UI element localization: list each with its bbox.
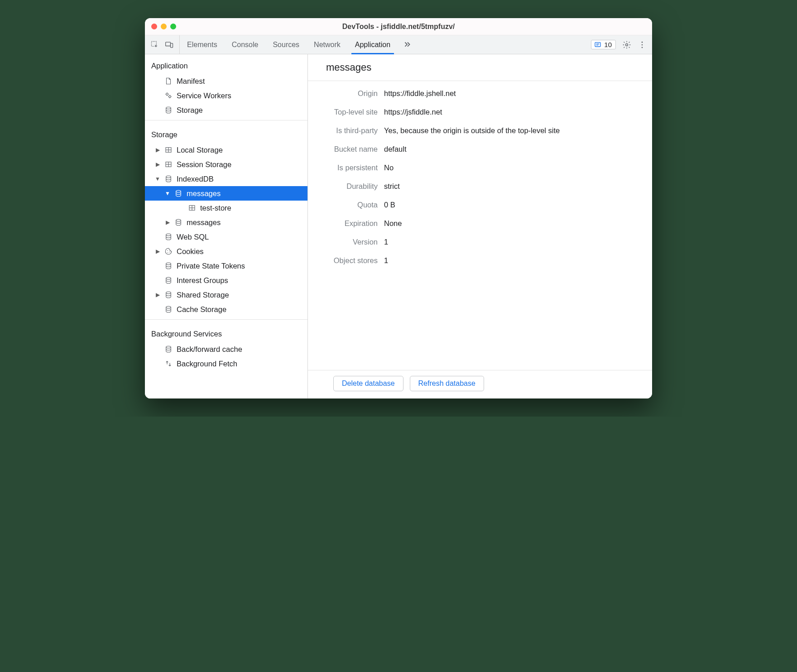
application-sidebar: Application Manifest Service Workers Sto… bbox=[145, 54, 308, 398]
field-label: Version bbox=[319, 238, 378, 246]
svg-point-20 bbox=[176, 190, 181, 192]
tab-sources[interactable]: Sources bbox=[265, 35, 307, 54]
tab-elements[interactable]: Elements bbox=[180, 35, 225, 54]
twisty-icon[interactable]: ▶ bbox=[155, 246, 160, 256]
twisty-icon[interactable]: ▶ bbox=[165, 217, 170, 227]
field-expiration: Expiration None bbox=[319, 219, 641, 228]
panel-tabs: Elements Console Sources Network Applica… bbox=[180, 35, 398, 54]
close-window-button[interactable] bbox=[151, 24, 157, 29]
twisty-icon[interactable]: ▶ bbox=[155, 159, 160, 169]
svg-point-32 bbox=[166, 306, 171, 308]
sidebar-item-back-forward-cache[interactable]: Back/forward cache bbox=[145, 342, 307, 356]
sidebar-item-cache-storage[interactable]: Cache Storage bbox=[145, 302, 307, 317]
database-icon bbox=[174, 218, 183, 227]
work-area: Application Manifest Service Workers Sto… bbox=[145, 54, 652, 398]
svg-point-12 bbox=[166, 107, 171, 109]
field-top-level-site: Top-level site https://jsfiddle.net bbox=[319, 108, 641, 116]
svg-point-19 bbox=[166, 176, 171, 178]
field-value: Yes, because the origin is outside of th… bbox=[384, 126, 641, 135]
settings-icon[interactable] bbox=[622, 40, 631, 49]
field-value: No bbox=[384, 163, 641, 172]
tab-application[interactable]: Application bbox=[348, 35, 398, 54]
svg-rect-2 bbox=[171, 43, 173, 47]
section-application: Application bbox=[145, 54, 307, 74]
sidebar-item-indexeddb-messages-2[interactable]: ▶ messages bbox=[145, 215, 307, 230]
sidebar-item-interest-groups[interactable]: Interest Groups bbox=[145, 273, 307, 288]
sidebar-item-service-workers[interactable]: Service Workers bbox=[145, 88, 307, 103]
updown-icon bbox=[164, 359, 173, 368]
sidebar-item-manifest[interactable]: Manifest bbox=[145, 74, 307, 88]
sidebar-item-storage-summary[interactable]: Storage bbox=[145, 103, 307, 117]
detail-panel: messages Origin https://fiddle.jshell.ne… bbox=[308, 54, 652, 398]
sidebar-item-private-state-tokens[interactable]: Private State Tokens bbox=[145, 259, 307, 273]
sidebar-item-websql[interactable]: Web SQL bbox=[145, 230, 307, 244]
svg-rect-3 bbox=[595, 42, 600, 46]
kebab-menu-icon[interactable] bbox=[638, 40, 647, 49]
sidebar-item-label: test-store bbox=[200, 203, 231, 213]
refresh-database-button[interactable]: Refresh database bbox=[410, 376, 484, 391]
svg-point-27 bbox=[168, 252, 168, 253]
sidebar-item-label: Web SQL bbox=[177, 232, 209, 242]
database-icon bbox=[164, 345, 173, 354]
inspect-icon[interactable] bbox=[150, 40, 159, 49]
sidebar-item-session-storage[interactable]: ▶ Session Storage bbox=[145, 157, 307, 172]
database-icon bbox=[174, 189, 183, 198]
divider bbox=[145, 120, 307, 120]
svg-point-24 bbox=[176, 219, 181, 221]
field-version: Version 1 bbox=[319, 238, 641, 246]
traffic-lights bbox=[145, 24, 176, 29]
sidebar-item-label: messages bbox=[187, 217, 221, 227]
sidebar-item-background-fetch[interactable]: Background Fetch bbox=[145, 356, 307, 371]
svg-point-10 bbox=[166, 93, 168, 96]
field-is-persistent: Is persistent No bbox=[319, 163, 641, 172]
field-value: default bbox=[384, 145, 641, 154]
field-label: Durability bbox=[319, 182, 378, 191]
sidebar-item-local-storage[interactable]: ▶ Local Storage bbox=[145, 143, 307, 157]
field-object-stores: Object stores 1 bbox=[319, 256, 641, 265]
sidebar-item-label: Service Workers bbox=[177, 91, 231, 101]
database-icon bbox=[164, 305, 173, 314]
svg-point-7 bbox=[642, 41, 643, 43]
table-icon bbox=[187, 203, 197, 212]
sidebar-item-label: Cache Storage bbox=[177, 304, 226, 314]
twisty-icon[interactable]: ▶ bbox=[155, 290, 160, 300]
detail-actions: Delete database Refresh database bbox=[308, 370, 652, 398]
svg-point-9 bbox=[642, 47, 643, 48]
minimize-window-button[interactable] bbox=[161, 24, 167, 29]
delete-database-button[interactable]: Delete database bbox=[333, 376, 403, 391]
sidebar-item-label: messages bbox=[187, 188, 221, 198]
svg-point-30 bbox=[166, 277, 171, 279]
tab-console[interactable]: Console bbox=[225, 35, 266, 54]
section-background-services: Background Services bbox=[145, 322, 307, 342]
zoom-window-button[interactable] bbox=[170, 24, 176, 29]
svg-point-31 bbox=[166, 292, 171, 294]
sidebar-item-label: Interest Groups bbox=[177, 275, 228, 285]
toolbar-right: 10 bbox=[586, 35, 652, 54]
gears-icon bbox=[164, 91, 173, 100]
twisty-icon[interactable]: ▼ bbox=[165, 188, 170, 198]
sidebar-item-indexeddb[interactable]: ▼ IndexedDB bbox=[145, 172, 307, 186]
twisty-icon[interactable]: ▼ bbox=[155, 174, 160, 184]
field-value: 1 bbox=[384, 256, 641, 265]
field-label: Expiration bbox=[319, 219, 378, 228]
device-toggle-icon[interactable] bbox=[165, 40, 174, 49]
field-origin: Origin https://fiddle.jshell.net bbox=[319, 89, 641, 98]
sidebar-item-cookies[interactable]: ▶ Cookies bbox=[145, 244, 307, 259]
sidebar-item-indexeddb-messages-selected[interactable]: ▼ messages bbox=[145, 186, 307, 201]
field-label: Bucket name bbox=[319, 145, 378, 154]
detail-fields: Origin https://fiddle.jshell.net Top-lev… bbox=[308, 81, 652, 370]
twisty-icon[interactable]: ▶ bbox=[155, 145, 160, 155]
issues-badge[interactable]: 10 bbox=[591, 40, 616, 49]
more-tabs-button[interactable] bbox=[398, 35, 417, 54]
svg-point-26 bbox=[167, 250, 168, 251]
svg-point-6 bbox=[626, 43, 628, 46]
divider bbox=[145, 319, 307, 320]
sidebar-item-test-store[interactable]: test-store bbox=[145, 201, 307, 215]
tab-network[interactable]: Network bbox=[307, 35, 348, 54]
issues-icon bbox=[594, 41, 601, 48]
sidebar-item-shared-storage[interactable]: ▶ Shared Storage bbox=[145, 288, 307, 302]
detail-title: messages bbox=[308, 54, 652, 81]
svg-point-33 bbox=[166, 346, 171, 348]
table-icon bbox=[164, 160, 173, 169]
field-durability: Durability strict bbox=[319, 182, 641, 191]
